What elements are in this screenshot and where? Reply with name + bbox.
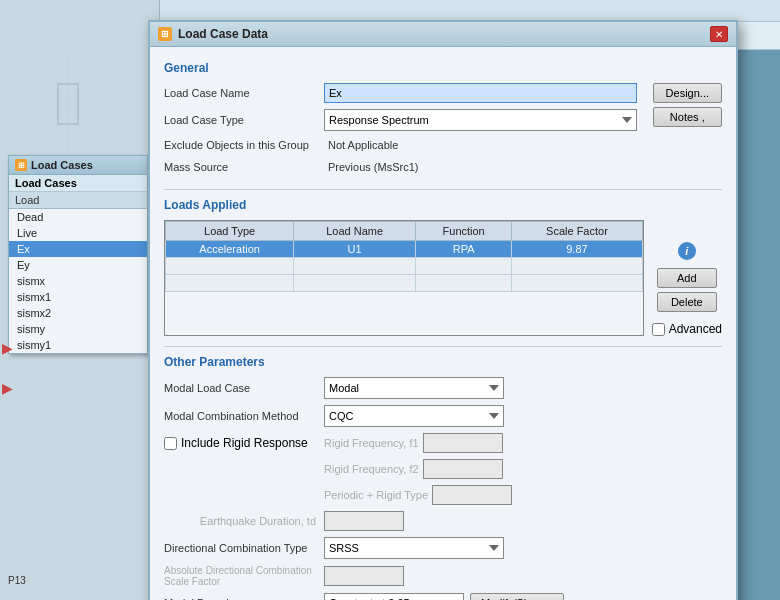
cell-scale-factor: 9.87: [512, 241, 642, 258]
rigid-freq-f2-input[interactable]: [423, 459, 503, 479]
modal-load-case-select[interactable]: Modal: [324, 377, 504, 399]
include-rigid-label: Include Rigid Response: [181, 436, 308, 450]
dialog-content: General Load Case Name Load Case Type Re…: [150, 47, 736, 600]
exclude-label: Exclude Objects in this Group: [164, 139, 324, 151]
modal-load-case-label: Modal Load Case: [164, 382, 324, 394]
load-cases-panel: ⊞ Load Cases Load Cases Load Dead Live E…: [8, 155, 148, 354]
divider-2: [164, 346, 722, 347]
left-arrow-2: ▶: [2, 380, 13, 396]
dialog-titlebar: ⊞ Load Case Data ✕: [150, 22, 736, 47]
modal-damping-row: Modal Damping Modify/Show...: [164, 593, 722, 600]
load-cases-title: ⊞ Load Cases: [9, 156, 147, 175]
dialog-title-text: Load Case Data: [178, 27, 268, 41]
divider-1: [164, 189, 722, 190]
general-section-header: General: [164, 61, 722, 75]
load-case-name-input[interactable]: [324, 83, 637, 103]
include-rigid-row: Include Rigid Response Rigid Frequency, …: [164, 433, 722, 453]
col-load-name: Load Name: [294, 222, 416, 241]
modal-damping-modify-btn[interactable]: Modify/Show...: [470, 593, 564, 600]
rigid-freq-f1-label: Rigid Frequency, f1: [324, 437, 419, 449]
dialog-title-icon: ⊞: [158, 27, 172, 41]
close-button[interactable]: ✕: [710, 26, 728, 42]
load-case-item-sismx2[interactable]: sismx2: [9, 305, 147, 321]
periodic-row: Periodic + Rigid Type: [164, 485, 722, 505]
table-row-empty2: [166, 275, 643, 292]
col-scale-factor: Scale Factor: [512, 222, 642, 241]
left-arrow-1: ▶: [2, 340, 13, 356]
modal-damping-input[interactable]: [324, 593, 464, 600]
mass-source-value: Previous (MsSrc1): [324, 159, 637, 175]
panel-title-text: Load Cases: [31, 159, 93, 171]
general-side-buttons: Design... Notes ,: [653, 83, 722, 181]
load-case-item-sismx[interactable]: sismx: [9, 273, 147, 289]
cell-function: RPA: [416, 241, 512, 258]
load-case-type-select[interactable]: Response Spectrum: [324, 109, 637, 131]
directional-comb-row: Directional Combination Type SRSS: [164, 537, 722, 559]
load-case-item-sismx1[interactable]: sismx1: [9, 289, 147, 305]
modal-combination-select[interactable]: CQC: [324, 405, 504, 427]
cell-load-type: Acceleration: [166, 241, 294, 258]
load-case-item-live[interactable]: Live: [9, 225, 147, 241]
table-side-area: i Add Delete Advanced: [652, 220, 722, 336]
rigid-freq-f2-label: Rigid Frequency, f2: [324, 463, 419, 475]
advanced-checkbox[interactable]: [652, 323, 665, 336]
earthquake-duration-label: Earthquake Duration, td: [164, 515, 324, 527]
notes-button[interactable]: Notes ,: [653, 107, 722, 127]
loads-table-wrapper: Load Type Load Name Function Scale Facto…: [164, 220, 644, 336]
exclude-row: Exclude Objects in this Group Not Applic…: [164, 137, 637, 153]
include-rigid-container: Include Rigid Response: [164, 436, 324, 450]
col-function: Function: [416, 222, 512, 241]
add-button[interactable]: Add: [657, 268, 717, 288]
directional-comb-label: Directional Combination Type: [164, 542, 324, 554]
load-case-item-sismy[interactable]: sismy: [9, 321, 147, 337]
abs-directional-input[interactable]: [324, 566, 404, 586]
include-rigid-checkbox[interactable]: [164, 437, 177, 450]
load-case-item-sismy1[interactable]: sismy1: [9, 337, 147, 353]
modal-combination-label: Modal Combination Method: [164, 410, 324, 422]
col-load-type: Load Type: [166, 222, 294, 241]
loads-table: Load Type Load Name Function Scale Facto…: [165, 221, 643, 292]
delete-button[interactable]: Delete: [657, 292, 717, 312]
modal-load-case-row: Modal Load Case Modal: [164, 377, 722, 399]
load-cases-col-header: Load: [9, 192, 147, 209]
modal-combination-row: Modal Combination Method CQC: [164, 405, 722, 427]
abs-directional-row: Absolute Directional Combination Scale F…: [164, 565, 722, 587]
rigid-freq-f2-row: Rigid Frequency, f2: [164, 459, 722, 479]
load-case-item-dead[interactable]: Dead: [9, 209, 147, 225]
exclude-value: Not Applicable: [324, 137, 637, 153]
load-case-name-row: Load Case Name: [164, 83, 637, 103]
load-case-item-ey[interactable]: Ey: [9, 257, 147, 273]
mass-source-row: Mass Source Previous (MsSrc1): [164, 159, 637, 175]
cell-load-name: U1: [294, 241, 416, 258]
periodic-input[interactable]: [432, 485, 512, 505]
loads-applied-header: Loads Applied: [164, 198, 722, 212]
load-case-dialog: ⊞ Load Case Data ✕ General Load Case Nam…: [148, 20, 738, 600]
earthquake-duration-row: Earthquake Duration, td: [164, 511, 722, 531]
mass-source-label: Mass Source: [164, 161, 324, 173]
advanced-label: Advanced: [669, 322, 722, 336]
other-params-header: Other Parameters: [164, 355, 722, 369]
rigid-freq-f1-input[interactable]: [423, 433, 503, 453]
table-row-empty: [166, 258, 643, 275]
earthquake-duration-input[interactable]: [324, 511, 404, 531]
periodic-label: Periodic + Rigid Type: [324, 489, 428, 501]
info-icon: i: [678, 242, 696, 260]
p13-label: P13: [8, 575, 26, 586]
load-case-name-label: Load Case Name: [164, 87, 324, 99]
design-button[interactable]: Design...: [653, 83, 722, 103]
panel-icon: ⊞: [15, 159, 27, 171]
load-case-type-label: Load Case Type: [164, 114, 324, 126]
load-cases-header: Load Cases: [9, 175, 147, 192]
load-case-type-row: Load Case Type Response Spectrum: [164, 109, 637, 131]
abs-directional-label: Absolute Directional Combination Scale F…: [164, 565, 324, 587]
table-row[interactable]: Acceleration U1 RPA 9.87: [166, 241, 643, 258]
dialog-title: ⊞ Load Case Data: [158, 27, 268, 41]
directional-comb-select[interactable]: SRSS: [324, 537, 504, 559]
advanced-row: Advanced: [652, 322, 722, 336]
loads-applied-container: Load Type Load Name Function Scale Facto…: [164, 220, 722, 336]
load-case-item-ex[interactable]: Ex: [9, 241, 147, 257]
